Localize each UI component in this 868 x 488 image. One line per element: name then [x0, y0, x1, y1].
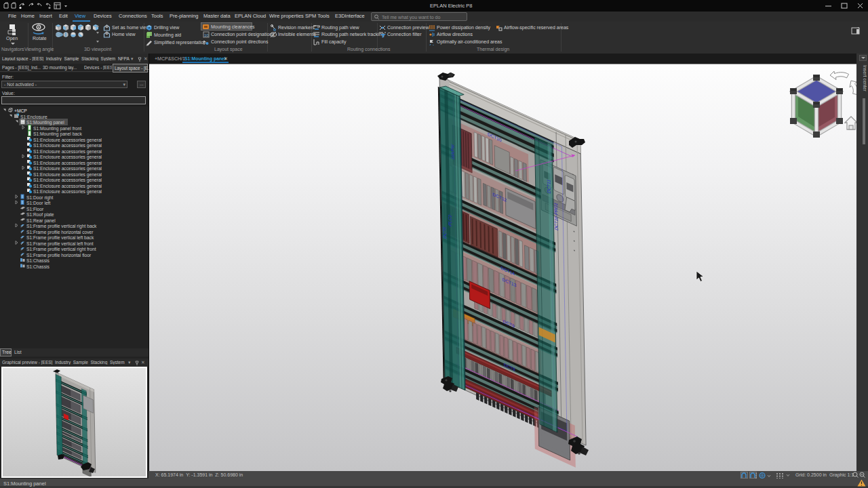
svg-text:-PLC1-: -PLC1-	[448, 212, 452, 228]
svg-text:DCT11: DCT11	[547, 178, 551, 194]
svg-text:10: 10	[204, 33, 209, 37]
svg-text:DCT6: DCT6	[442, 226, 447, 239]
svg-text:16A/PW: 16A/PW	[450, 144, 455, 161]
svg-text:DCT16-PRG1: DCT16-PRG1	[553, 201, 558, 231]
